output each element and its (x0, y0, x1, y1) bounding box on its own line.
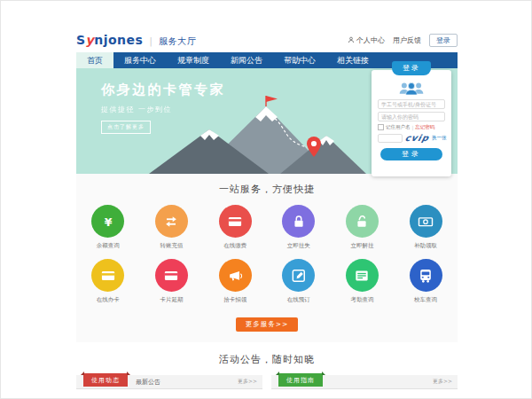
edit-icon (282, 259, 315, 292)
panel-more-link[interactable]: 更多>> (238, 378, 257, 386)
site-name: 服务大厅 (159, 35, 196, 48)
panel-ribbon-tab[interactable]: 使用动态 (83, 373, 128, 387)
service-item-10[interactable]: 考勤查询 (331, 259, 395, 304)
service-label: 立即解挂 (331, 242, 395, 250)
logo[interactable]: Synjones | 服务大厅 (76, 33, 196, 48)
lock-icon (282, 205, 315, 238)
service-item-7[interactable]: 卡片延期 (140, 259, 204, 304)
services-title: 一站服务，方便快捷 (76, 183, 458, 196)
service-label: 转账充值 (140, 242, 204, 250)
forgot-password-link[interactable]: 忘记密码 (415, 124, 434, 130)
panel-more-link[interactable]: 更多>> (433, 378, 452, 386)
nav-item-4[interactable]: 帮助中心 (273, 52, 326, 68)
announcement-panel-1: 使用指南更多>> (271, 375, 458, 396)
service-label: 拾卡招领 (203, 296, 267, 304)
service-label: 在线缴费 (203, 242, 267, 250)
card-icon (155, 259, 188, 292)
nav-item-2[interactable]: 规章制度 (167, 52, 220, 68)
card-icon (219, 205, 252, 238)
header-link-0[interactable]: 个人中心 (348, 35, 385, 45)
hero-banner: 你身边的卡管专家 提供捷径 一步到位 点击了解更多 (76, 68, 458, 174)
service-item-11[interactable]: 校车查询 (394, 259, 458, 304)
service-label: 在线办卡 (76, 296, 140, 304)
service-label: 在线预订 (267, 296, 331, 304)
service-item-5[interactable]: 补助领取 (394, 205, 458, 250)
service-item-1[interactable]: 转账充值 (140, 205, 204, 250)
svg-text:¥: ¥ (104, 215, 112, 228)
service-item-2[interactable]: 在线缴费 (203, 205, 267, 250)
logo-divider: | (149, 36, 153, 46)
hero-cta-button[interactable]: 点击了解更多 (101, 121, 151, 134)
megaphone-icon (219, 259, 252, 292)
remember-label: 记住用户名 (386, 124, 411, 130)
username-input[interactable] (378, 99, 445, 109)
card-icon (91, 259, 124, 292)
panel-ribbon-tab[interactable]: 使用指南 (278, 373, 323, 387)
logo-accent: y (86, 33, 95, 47)
announcements-title: 活动公告，随时知晓 (76, 353, 458, 366)
remember-row: 记住用户名 | 忘记密码 (378, 124, 445, 130)
header-link-1[interactable]: 用户反馈 (393, 35, 421, 45)
panel-body (76, 389, 262, 396)
nav-item-1[interactable]: 服务中心 (113, 52, 167, 68)
service-item-9[interactable]: 在线预订 (267, 259, 331, 304)
header-links: 个人中心用户反馈登录 (348, 34, 458, 47)
service-item-6[interactable]: 在线办卡 (76, 259, 140, 304)
more-services-button[interactable]: 更多服务>> (236, 317, 299, 332)
panel-body (271, 389, 458, 396)
header: Synjones | 服务大厅 个人中心用户反馈登录 (76, 27, 458, 52)
announcement-panels: 使用动态最新公告更多>>使用指南更多>> (76, 375, 458, 396)
announcements-section: 活动公告，随时知晓 使用动态最新公告更多>>使用指南更多>> (76, 342, 458, 396)
service-label: 补助领取 (394, 242, 458, 250)
login-submit-button[interactable]: 登录 (380, 148, 442, 160)
page: Synjones | 服务大厅 个人中心用户反馈登录 首页服务中心规章制度新闻公… (76, 27, 458, 396)
captcha-image: cvip (404, 133, 431, 143)
service-label: 卡片延期 (140, 296, 204, 304)
remember-checkbox[interactable] (378, 124, 384, 130)
captcha-input[interactable] (378, 134, 403, 143)
logo-left: S (76, 33, 86, 47)
panel-header: 使用动态最新公告更多>> (76, 375, 262, 389)
attendance-icon (346, 259, 379, 292)
service-label: 余额查询 (76, 242, 140, 250)
nav-item-3[interactable]: 新闻公告 (220, 52, 273, 68)
service-item-8[interactable]: 拾卡招领 (203, 259, 267, 304)
services-section: 一站服务，方便快捷 ¥余额查询转账充值在线缴费立即挂失立即解挂补助领取在线办卡卡… (76, 174, 458, 342)
panel-header: 使用指南更多>> (271, 375, 458, 389)
login-tab[interactable]: 登录 (392, 61, 431, 75)
announcement-panel-0: 使用动态最新公告更多>> (76, 375, 262, 396)
service-item-0[interactable]: ¥余额查询 (76, 205, 140, 250)
yen-icon: ¥ (91, 205, 124, 238)
nav-item-5[interactable]: 相关链接 (326, 52, 379, 68)
unlock-icon (346, 205, 379, 238)
person-icon (348, 36, 355, 43)
login-panel: 登录 记住用户名 | 忘记密码 cvip 换一张 (372, 70, 451, 176)
row-divider: | (412, 125, 414, 130)
users-group-icon (398, 81, 425, 96)
transfer-icon (155, 205, 188, 238)
captcha-row: cvip 换一张 (378, 133, 445, 143)
password-input[interactable] (378, 112, 445, 121)
service-item-4[interactable]: 立即解挂 (331, 205, 395, 250)
service-label: 立即挂失 (267, 242, 331, 250)
nav-item-0[interactable]: 首页 (76, 52, 113, 68)
logo-right: njones (94, 33, 143, 47)
header-link-label: 个人中心 (356, 35, 385, 45)
header-link-label: 用户反馈 (393, 35, 421, 45)
header-login-button[interactable]: 登录 (429, 34, 458, 47)
banknote-icon (410, 205, 442, 238)
service-item-3[interactable]: 立即挂失 (267, 205, 331, 250)
screenshot-canvas: Synjones | 服务大厅 个人中心用户反馈登录 首页服务中心规章制度新闻公… (0, 0, 532, 399)
mountain-illustration (149, 94, 366, 174)
bus-icon (410, 259, 442, 292)
services-grid: ¥余额查询转账充值在线缴费立即挂失立即解挂补助领取在线办卡卡片延期拾卡招领在线预… (76, 205, 458, 313)
captcha-refresh-link[interactable]: 换一张 (432, 135, 447, 141)
service-label: 考勤查询 (331, 296, 395, 304)
panel-secondary-tab[interactable]: 最新公告 (136, 378, 160, 387)
service-label: 校车查询 (394, 296, 458, 304)
